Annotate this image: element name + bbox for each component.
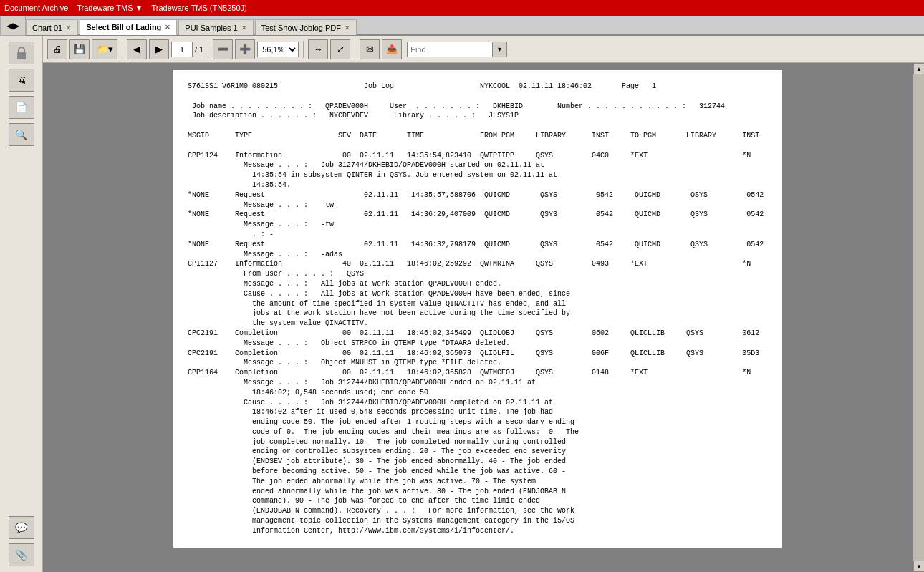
search-input[interactable] — [407, 42, 493, 57]
sidebar-print-icon[interactable]: 🖨 — [9, 69, 34, 92]
title-item-2[interactable]: Tradeware TMS ▼ — [77, 4, 143, 12]
tab-test-joblog[interactable]: Test Show Joblog PDF ✕ — [255, 19, 357, 35]
scroll-up-button[interactable]: ▲ — [913, 63, 924, 74]
tab-pui-samples[interactable]: PUI Samples 1 ✕ — [178, 19, 253, 35]
sidebar-pages-icon[interactable]: 📄 — [9, 96, 34, 119]
tab-chart01-close[interactable]: ✕ — [66, 24, 72, 31]
zoom-in-button[interactable]: ➕ — [235, 39, 255, 59]
svg-rect-0 — [17, 52, 26, 59]
document-page: S761SS1 V6R1M0 080215 Job Log NYKCOOL 02… — [173, 70, 782, 548]
title-item-3: Tradeware TMS (TN5250J) — [151, 4, 246, 12]
email-button[interactable]: ✉ — [360, 39, 380, 59]
toolbar: 🖨 💾 📁▾ ◀ ▶ 1 / 1 ➖ ➕ 56,1% 75% 100% — [43, 36, 924, 63]
nav-forward-button[interactable]: ▶ — [149, 39, 169, 59]
save-button[interactable]: 💾 — [69, 39, 90, 59]
sidebar: 🖨 📄 🔍 💬 📎 — [0, 36, 43, 572]
sidebar-lock-icon[interactable] — [9, 42, 34, 64]
sidebar-search-icon[interactable]: 🔍 — [9, 123, 34, 146]
page-separator: / — [195, 45, 197, 54]
tab-select-bol-close[interactable]: ✕ — [165, 24, 170, 31]
print-button[interactable]: 🖨 — [47, 39, 67, 59]
zoom-select[interactable]: 56,1% 75% 100% — [257, 42, 299, 57]
export-button[interactable]: 📤 — [382, 39, 402, 59]
search-dropdown-button[interactable]: ▾ — [493, 42, 507, 57]
sidebar-comment-icon[interactable]: 💬 — [9, 516, 34, 539]
scroll-down-button[interactable]: ▼ — [913, 561, 924, 572]
page-total: 1 — [199, 45, 203, 54]
nav-back-button[interactable]: ◀ — [127, 39, 147, 59]
fit-width-button[interactable]: ↔ — [308, 39, 328, 59]
sidebar-attach-icon[interactable]: 📎 — [9, 543, 34, 566]
page-input[interactable]: 1 — [171, 42, 193, 57]
tab-joblog-close[interactable]: ✕ — [345, 24, 350, 31]
document-content: S761SS1 V6R1M0 080215 Job Log NYKCOOL 02… — [188, 82, 768, 536]
open-button[interactable]: 📁▾ — [92, 39, 117, 59]
zoom-out-button[interactable]: ➖ — [213, 39, 233, 59]
title-bar: Document Archive Tradeware TMS ▼ Tradewa… — [0, 0, 924, 16]
tab-nav-left[interactable]: ◀▶ — [0, 16, 26, 36]
document-area[interactable]: S761SS1 V6R1M0 080215 Job Log NYKCOOL 02… — [43, 63, 913, 572]
tab-select-bol[interactable]: Select Bill of Lading ✕ — [80, 19, 177, 35]
title-item-1: Document Archive — [4, 4, 68, 12]
fit-page-button[interactable]: ⤢ — [330, 39, 350, 59]
tab-pui-close[interactable]: ✕ — [241, 24, 247, 31]
scroll-track[interactable] — [913, 74, 924, 561]
tab-chart01[interactable]: Chart 01 ✕ — [26, 19, 78, 35]
